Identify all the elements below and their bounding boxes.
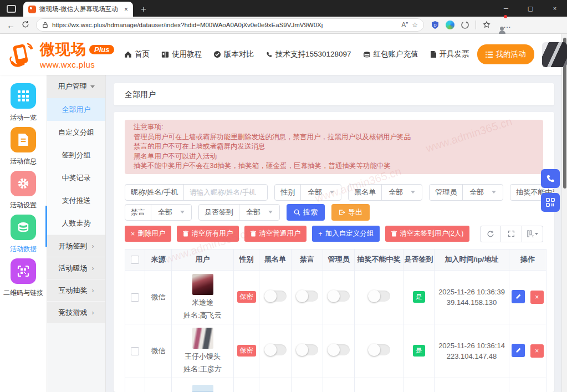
list-icon xyxy=(486,52,493,58)
notice-line: 抽奖不能中奖用户不会在3d抽奖，抽奖箱，砸金蛋，巨幕抽奖，普通抽奖等功能中奖 xyxy=(134,161,534,171)
sidebar-item-activity-overview[interactable]: 活动一览 xyxy=(10,83,37,123)
edit-user-button[interactable] xyxy=(512,290,525,303)
browser-logo-icon[interactable] xyxy=(446,21,454,29)
minimize-button[interactable]: ─ xyxy=(494,0,518,17)
submenu-item-signin-groups[interactable]: 签到分组 xyxy=(47,144,105,166)
blacklist-toggle[interactable] xyxy=(264,291,287,302)
signin-select[interactable]: 全部 xyxy=(239,207,279,217)
x-icon: × xyxy=(535,293,539,301)
row-source: 微信 xyxy=(145,324,172,378)
url-text: https://wx.wxc.plus/hdmanage/datauser/in… xyxy=(52,22,397,28)
plus-icon: + xyxy=(318,230,322,238)
settings-more-icon[interactable]: … xyxy=(503,21,511,29)
address-bar[interactable]: https://wx.wxc.plus/hdmanage/datauser/in… xyxy=(36,18,424,32)
my-activity-button[interactable]: 我的活动 xyxy=(477,44,534,64)
delete-user-button[interactable]: × xyxy=(530,344,544,358)
submenu-item-all-users[interactable]: 全部用户 xyxy=(47,98,105,121)
clear-unsigned-users-button[interactable]: 清空未签到用户(2人) xyxy=(385,226,469,242)
refresh-icon xyxy=(487,230,494,238)
favorite-star-icon[interactable]: ☆ xyxy=(412,21,418,29)
mute-toggle[interactable] xyxy=(296,291,318,302)
notice-box: 注意事项: 管理员用户可在上墙或霸屏功能里删除发送的消息，禁言用户，拉黑用户以及… xyxy=(125,120,543,174)
export-button[interactable]: 导出 xyxy=(331,204,370,221)
clear-normal-users-button[interactable]: 清空普通用户 xyxy=(244,226,307,242)
sidebar-item-activity-data[interactable]: 活动数据 xyxy=(10,215,37,254)
qrcode-panel-button[interactable] xyxy=(541,193,560,212)
contact-phone-button[interactable] xyxy=(541,169,560,188)
add-to-custom-group-button[interactable]: +加入自定义分组 xyxy=(312,226,380,242)
read-aloud-icon[interactable]: A” xyxy=(401,21,408,29)
trash-icon xyxy=(251,231,256,237)
mute-toggle[interactable] xyxy=(296,344,318,355)
tab-actions-icon[interactable] xyxy=(7,5,16,13)
collections-icon[interactable] xyxy=(482,21,491,29)
export-icon xyxy=(339,209,345,216)
sidebar-item-activity-info[interactable]: 活动信息 xyxy=(10,127,37,166)
table-row: 微信 宴恒混凝土 杨拉 保密 否 2025-11-26 09:32:1 xyxy=(125,378,546,392)
columns-icon xyxy=(527,230,534,237)
nav-home[interactable]: 首页 xyxy=(124,49,150,59)
sidebar-item-activity-settings[interactable]: 活动设置 xyxy=(10,171,37,210)
row-checkbox[interactable] xyxy=(131,293,139,302)
submenu-item-payment-push[interactable]: 支付推送 xyxy=(47,189,105,212)
select-all-checkbox[interactable] xyxy=(131,256,139,264)
submenu-item-win-records[interactable]: 中奖记录 xyxy=(47,166,105,189)
submenu-group-user-management[interactable]: 用户管理 xyxy=(47,75,105,98)
nav-tutorial[interactable]: 使用教程 xyxy=(161,49,202,59)
nav-invoice[interactable]: 开具发票 xyxy=(430,49,469,59)
gender-select[interactable]: 全部 xyxy=(301,187,341,197)
toolbar-divider xyxy=(476,21,476,29)
admin-filter: 管理员 全部 xyxy=(429,184,503,201)
blacklist-select[interactable]: 全部 xyxy=(382,187,422,197)
tab-close-icon[interactable]: × xyxy=(124,6,128,13)
user-avatar[interactable] xyxy=(542,42,567,67)
nowin-toggle[interactable] xyxy=(368,291,390,302)
site-logo[interactable]: 微现场 Plus www.wxc.plus xyxy=(8,39,116,69)
logo-subtitle: www.wxc.plus xyxy=(40,60,114,69)
nav-redpacket-recharge[interactable]: 红包账户充值 xyxy=(363,49,418,59)
submenu-group-lucky-draw[interactable]: 互动抽奖› xyxy=(47,279,105,301)
join-ip: 223.104.147.48 xyxy=(447,352,497,360)
delete-user-button[interactable]: × xyxy=(530,291,544,304)
delete-users-button[interactable]: ×删除用户 xyxy=(125,226,171,242)
password-shield-icon[interactable]: D xyxy=(431,21,440,29)
check-circle-icon xyxy=(213,50,221,58)
nowin-toggle[interactable] xyxy=(368,344,390,355)
refresh-table-button[interactable] xyxy=(480,226,501,242)
blacklist-toggle[interactable] xyxy=(264,344,287,355)
mute-select[interactable]: 全部 xyxy=(151,207,191,217)
sidebar-item-qrcode-links[interactable]: 二维码与链接 xyxy=(3,258,43,298)
admin-toggle[interactable] xyxy=(328,291,350,302)
extension-icon[interactable] xyxy=(461,21,469,29)
maximize-button[interactable]: ▢ xyxy=(518,0,543,17)
join-ip: 39.144.158.130 xyxy=(447,298,497,307)
nav-tech-support[interactable]: 技术支持15530128097 xyxy=(265,49,351,59)
close-button[interactable]: × xyxy=(543,0,567,17)
admin-toggle[interactable] xyxy=(328,344,350,355)
submenu-item-headcount-trend[interactable]: 人数走势 xyxy=(47,212,105,235)
chevron-down-icon xyxy=(268,211,273,213)
submenu-group-warmup[interactable]: 活动暖场› xyxy=(47,257,105,279)
refresh-button[interactable] xyxy=(22,21,29,29)
table-row: 微信 米途途 姓名:高飞云 保密 是 xyxy=(125,270,546,324)
new-tab-button[interactable]: + xyxy=(141,4,146,14)
page-scrollbar[interactable] xyxy=(561,34,567,392)
clear-all-users-button[interactable]: 清空所有用户 xyxy=(177,226,239,242)
nav-version-compare[interactable]: 版本对比 xyxy=(213,49,254,59)
submenu-group-opening-signin[interactable]: 开场签到› xyxy=(47,235,105,257)
submenu-item-custom-groups[interactable]: 自定义分组 xyxy=(47,121,105,144)
column-settings-button[interactable] xyxy=(522,226,543,242)
keyword-input[interactable] xyxy=(184,189,267,196)
search-button[interactable]: 搜索 xyxy=(287,204,325,221)
browser-tab[interactable]: 微现场-微信大屏幕现场互动服务 × xyxy=(23,2,133,17)
admin-select[interactable]: 全部 xyxy=(463,187,503,197)
submenu-group-games[interactable]: 竞技游戏› xyxy=(47,301,105,323)
row-checkbox[interactable] xyxy=(131,347,139,355)
bulk-actions-row: ×删除用户 清空所有用户 清空普通用户 +加入自定义分组 清空未签到用户(2人) xyxy=(125,226,543,242)
fullscreen-button[interactable] xyxy=(501,226,522,242)
back-button[interactable]: ← xyxy=(7,21,15,29)
chevron-down-icon xyxy=(180,211,185,213)
edit-user-button[interactable] xyxy=(512,344,525,357)
qrcode-icon xyxy=(11,258,36,284)
phone-icon xyxy=(265,51,273,58)
